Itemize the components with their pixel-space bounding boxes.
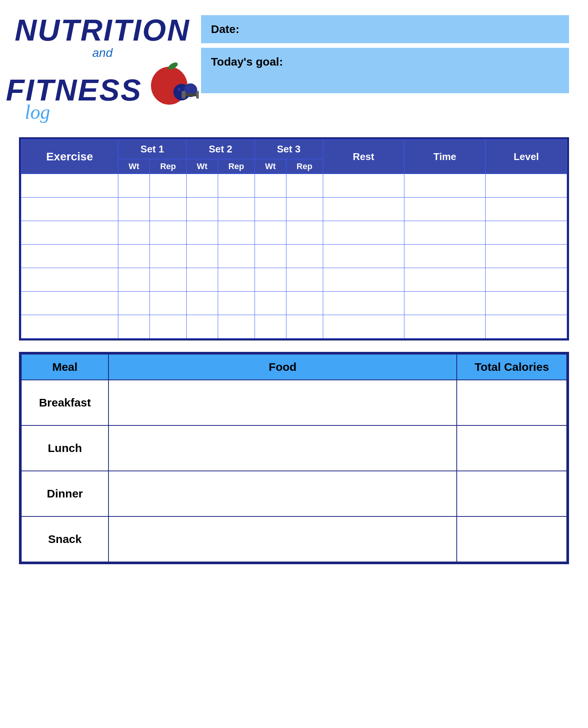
nutrition-table: Meal Food Total Calories Breakfast Lunch… [21, 354, 567, 562]
logo-fitness-row: FITNESS [6, 60, 199, 105]
set3-rep: Rep [286, 159, 323, 174]
dinner-row[interactable]: Dinner [21, 471, 567, 516]
nutrition-header-row: Meal Food Total Calories [21, 354, 567, 380]
svg-rect-7 [182, 91, 186, 99]
svg-point-5 [187, 87, 189, 89]
dinner-label: Dinner [21, 471, 108, 516]
svg-rect-6 [184, 93, 198, 96]
breakfast-row[interactable]: Breakfast [21, 380, 567, 425]
lunch-label: Lunch [21, 425, 108, 471]
dinner-food[interactable] [108, 471, 457, 516]
right-info-area: Date: Today's goal: [201, 15, 569, 93]
logo-fitness: FITNESS [6, 75, 142, 105]
set1-header: Set 1 [118, 140, 186, 159]
fitness-header-row: Exercise Set 1 Set 2 Set 3 Rest Time Lev… [21, 140, 567, 159]
table-row[interactable] [21, 268, 567, 292]
page-header: NUTRITION and FITNESS [19, 15, 569, 122]
snack-label: Snack [21, 516, 108, 562]
rest-header: Rest [323, 140, 404, 174]
set3-header: Set 3 [255, 140, 323, 159]
breakfast-calories[interactable] [457, 380, 567, 425]
snack-food[interactable] [108, 516, 457, 562]
lunch-calories[interactable] [457, 425, 567, 471]
table-row[interactable] [21, 292, 567, 315]
level-header: Level [486, 140, 567, 174]
date-label: Date: [211, 23, 239, 35]
lunch-food[interactable] [108, 425, 457, 471]
nutrition-section: Meal Food Total Calories Breakfast Lunch… [19, 352, 569, 564]
goal-box[interactable]: Today's goal: [201, 48, 569, 93]
table-row[interactable] [21, 245, 567, 268]
calories-header: Total Calories [457, 354, 567, 380]
set2-wt: Wt [186, 159, 218, 174]
table-row[interactable] [21, 315, 567, 339]
logo-nutrition: NUTRITION [15, 15, 190, 46]
snack-row[interactable]: Snack [21, 516, 567, 562]
set1-rep: Rep [149, 159, 186, 174]
set2-rep: Rep [218, 159, 255, 174]
table-row[interactable] [21, 174, 567, 198]
logo-and: and [92, 46, 112, 60]
snack-calories[interactable] [457, 516, 567, 562]
logo-log: log [25, 102, 50, 122]
goal-label: Today's goal: [211, 55, 283, 68]
breakfast-food[interactable] [108, 380, 457, 425]
time-header: Time [404, 140, 486, 174]
set1-wt: Wt [118, 159, 149, 174]
fruit-icon [146, 60, 199, 105]
exercise-header: Exercise [21, 140, 118, 174]
table-row[interactable] [21, 198, 567, 221]
set3-wt: Wt [255, 159, 286, 174]
svg-point-3 [178, 88, 181, 91]
logo-area: NUTRITION and FITNESS [19, 15, 186, 122]
table-row[interactable] [21, 221, 567, 245]
date-box[interactable]: Date: [201, 15, 569, 43]
dinner-calories[interactable] [457, 471, 567, 516]
meal-header: Meal [21, 354, 108, 380]
fitness-section: Exercise Set 1 Set 2 Set 3 Rest Time Lev… [19, 137, 569, 340]
breakfast-label: Breakfast [21, 380, 108, 425]
fitness-table: Exercise Set 1 Set 2 Set 3 Rest Time Lev… [21, 139, 567, 339]
food-header: Food [108, 354, 457, 380]
lunch-row[interactable]: Lunch [21, 425, 567, 471]
set2-header: Set 2 [186, 140, 255, 159]
svg-rect-8 [196, 91, 199, 99]
logo-wrapper: NUTRITION and FITNESS [6, 15, 199, 122]
